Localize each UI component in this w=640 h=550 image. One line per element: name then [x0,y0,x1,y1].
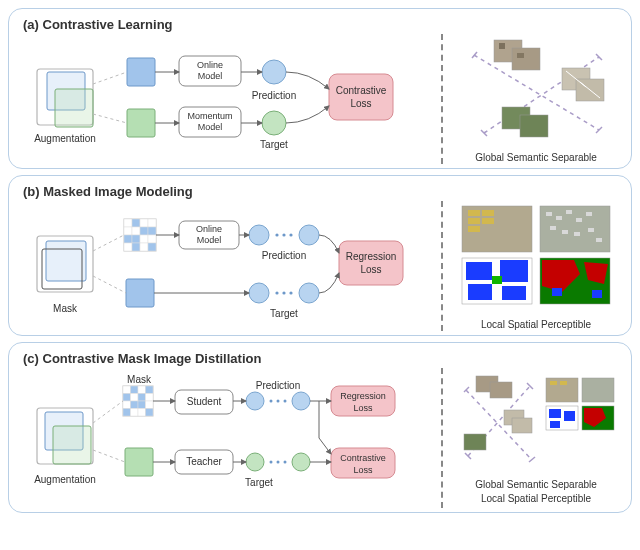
svg-rect-144 [564,411,575,421]
svg-rect-102 [123,401,131,409]
regression-loss-label: Regression [346,251,397,262]
svg-text:Model: Model [197,235,222,245]
svg-rect-134 [490,382,512,398]
svg-rect-104 [138,401,146,409]
svg-point-52 [249,225,269,245]
svg-rect-97 [146,386,154,394]
svg-rect-79 [588,228,594,232]
momentum-model-label: Momentum [187,111,232,121]
svg-rect-39 [140,227,148,235]
reg-loss-c: Regression [340,391,386,401]
panel-c-right-caption-2: Local Spatial Perceptible [481,493,591,505]
svg-point-61 [299,283,319,303]
prediction-b: Prediction [262,250,306,261]
svg-rect-89 [592,290,602,298]
svg-point-9 [262,60,286,84]
svg-rect-36 [148,219,156,227]
svg-text:Loss: Loss [360,264,381,275]
svg-rect-76 [550,226,556,230]
panel-b-title: (b) Masked Image Modeling [23,184,621,199]
svg-point-118 [246,453,264,471]
prediction-label: Prediction [252,90,296,101]
svg-rect-67 [468,218,480,224]
svg-point-114 [270,400,273,403]
local-perceptible-grid [454,202,619,317]
svg-rect-21 [499,43,505,49]
mask-c: Mask [127,374,152,385]
contrastive-loss-label: Contrastive [336,85,387,96]
svg-rect-38 [132,227,140,235]
svg-rect-44 [148,235,156,243]
panel-b-diagram: Mask Online Model Prediction T [19,201,433,331]
svg-rect-69 [468,226,480,232]
panel-contrastive-learning: (a) Contrastive Learning Augmentation [8,8,632,169]
svg-rect-99 [131,394,139,402]
svg-rect-45 [124,243,132,251]
svg-rect-140 [560,381,567,385]
svg-rect-103 [131,401,139,409]
con-loss-c: Contrastive [340,453,386,463]
svg-point-54 [282,233,285,236]
svg-rect-85 [502,286,526,300]
panel-b-right-caption: Local Spatial Perceptible [481,319,591,331]
svg-rect-106 [123,409,131,417]
panel-a-right-caption: Global Semantic Separable [475,152,597,164]
svg-rect-105 [146,401,154,409]
svg-rect-101 [146,394,154,402]
svg-text:Loss: Loss [353,403,373,413]
svg-text:Loss: Loss [350,98,371,109]
panel-contrastive-mask-distillation: (c) Contrastive Mask Image Distillation … [8,342,632,513]
panel-c-right: Global Semantic Separable Local Spatial … [451,368,621,508]
svg-rect-20 [512,48,540,70]
svg-rect-100 [138,394,146,402]
thumb-cluster-3 [502,107,548,137]
svg-rect-94 [123,386,131,394]
svg-point-120 [277,461,280,464]
svg-rect-96 [138,386,146,394]
panel-c-right-caption-1: Global Semantic Separable [475,479,597,491]
svg-rect-4 [127,109,155,137]
svg-rect-34 [132,219,140,227]
panel-c-diagram: Augmentation Mask [19,368,433,508]
svg-point-115 [277,400,280,403]
svg-point-60 [289,291,292,294]
target-label: Target [260,139,288,150]
svg-point-122 [292,453,310,471]
svg-rect-42 [132,235,140,243]
panel-masked-image-modeling: (b) Masked Image Modeling [8,175,632,336]
svg-rect-92 [53,426,91,464]
svg-rect-66 [482,210,494,216]
semantic-scatter-a [454,35,619,150]
svg-point-58 [275,291,278,294]
svg-rect-82 [466,262,492,280]
panel-a-diagram: Augmentation Online Model Momentum Model [19,34,433,164]
svg-rect-48 [148,243,156,251]
teacher-label: Teacher [186,456,222,467]
svg-rect-108 [138,409,146,417]
svg-text:Model: Model [198,122,223,132]
masked-patch-icon [124,219,156,251]
panel-a-right: Global Semantic Separable [451,34,621,164]
svg-rect-110 [125,448,153,476]
panel-b-right: Local Spatial Perceptible [451,201,621,331]
svg-rect-47 [140,243,148,251]
target-b: Target [270,308,298,319]
svg-rect-88 [552,288,562,296]
svg-rect-3 [127,58,155,86]
online-model-b: Online [196,224,222,234]
svg-rect-68 [482,218,494,224]
svg-point-59 [282,291,285,294]
svg-rect-137 [512,418,532,433]
thumb-cluster-2 [562,68,604,101]
svg-rect-33 [124,219,132,227]
svg-rect-135 [464,434,486,450]
svg-rect-46 [132,243,140,251]
svg-point-57 [249,283,269,303]
svg-rect-78 [574,232,580,236]
svg-rect-49 [126,279,154,307]
svg-point-53 [275,233,278,236]
svg-rect-83 [500,260,528,282]
svg-rect-74 [576,218,582,222]
svg-rect-73 [566,210,572,214]
svg-point-117 [292,392,310,410]
